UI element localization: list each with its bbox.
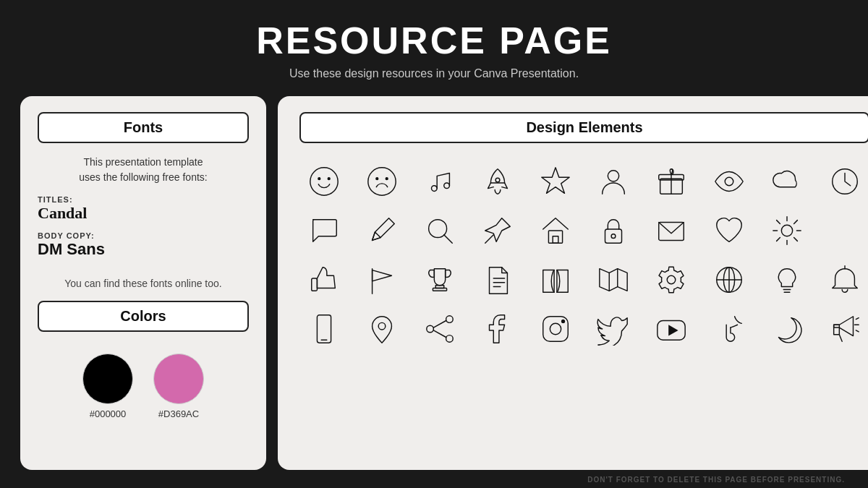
- title-font-entry: TITLES: Candal: [38, 195, 249, 223]
- cloud-icon: [762, 159, 812, 204]
- lock-icon: [589, 208, 638, 253]
- rocket-icon: [473, 159, 522, 204]
- gear-icon: [647, 257, 696, 302]
- thumbsup-icon: [299, 257, 349, 302]
- color-item-black: #000000: [82, 354, 133, 419]
- svg-line-31: [794, 221, 798, 224]
- icon-row-1: [299, 159, 868, 204]
- music-icon: [415, 159, 464, 204]
- color-circle-black: [82, 354, 133, 404]
- body-font-entry: BODY COPY: DM Sans: [38, 231, 249, 259]
- chat-icon: [299, 208, 349, 253]
- svg-point-4: [376, 178, 378, 180]
- mobile-icon: [299, 307, 349, 351]
- svg-rect-21: [605, 229, 622, 243]
- svg-rect-64: [834, 325, 840, 334]
- svg-rect-19: [548, 231, 562, 243]
- color-circle-pink: [153, 354, 204, 404]
- svg-line-66: [856, 318, 859, 320]
- book-icon: [531, 257, 580, 302]
- svg-line-57: [433, 321, 446, 328]
- clock-icon: [820, 159, 868, 204]
- svg-point-22: [611, 234, 616, 239]
- svg-line-32: [777, 238, 780, 241]
- moon-icon: [762, 307, 812, 351]
- share-icon: [415, 307, 464, 351]
- icon-row-4: [299, 307, 868, 351]
- document-icon: [473, 257, 522, 302]
- svg-rect-33: [312, 278, 318, 291]
- right-panel: Design Elements: [278, 96, 868, 470]
- design-elements-grid: [299, 159, 868, 454]
- flag-icon: [357, 257, 407, 302]
- twitter-icon: [589, 307, 638, 351]
- svg-point-8: [495, 178, 500, 182]
- svg-line-17: [444, 235, 453, 244]
- footer-note: DON'T FORGET TO DELETE THIS PAGE BEFORE …: [0, 470, 868, 488]
- icon-row-2: [299, 208, 868, 253]
- home-icon: [531, 208, 580, 253]
- svg-line-58: [433, 330, 446, 338]
- sad-icon: [357, 159, 407, 204]
- sun-icon: [762, 208, 812, 253]
- eye-icon: [705, 159, 754, 204]
- icon-row-3: [299, 257, 868, 302]
- fonts-description: This presentation templateuses the follo…: [38, 155, 249, 185]
- gift-icon: [647, 159, 696, 204]
- main-content: Fonts This presentation templateuses the…: [0, 96, 868, 470]
- smile-icon: [299, 159, 349, 204]
- body-font-label: BODY COPY:: [38, 231, 249, 240]
- body-font-name: DM Sans: [38, 240, 249, 259]
- svg-point-53: [378, 323, 386, 330]
- colors-label: Colors: [38, 301, 249, 332]
- svg-point-56: [446, 335, 454, 343]
- globe-icon: [705, 257, 754, 302]
- instagram-icon: [531, 307, 580, 351]
- lightbulb-icon: [762, 257, 812, 302]
- youtube-icon: [647, 307, 696, 351]
- svg-line-29: [777, 221, 780, 224]
- pin-icon: [473, 208, 522, 253]
- svg-point-54: [446, 316, 454, 323]
- trophy-icon: [415, 257, 464, 302]
- svg-point-5: [386, 178, 388, 180]
- svg-point-55: [427, 325, 434, 333]
- design-elements-label: Design Elements: [299, 112, 868, 143]
- location-icon: [357, 307, 407, 351]
- left-panel: Fonts This presentation templateuses the…: [20, 96, 266, 470]
- pencil-icon: [357, 208, 407, 253]
- svg-point-3: [368, 168, 396, 195]
- svg-marker-63: [668, 325, 678, 335]
- color-item-pink: #D369AC: [153, 354, 204, 419]
- search-icon: [415, 208, 464, 253]
- svg-point-14: [725, 177, 733, 186]
- svg-line-67: [856, 330, 859, 332]
- page-subtitle: Use these design resources in your Canva…: [0, 67, 868, 80]
- page-title: RESOURCE PAGE: [0, 20, 868, 61]
- svg-point-24: [781, 226, 792, 236]
- svg-rect-51: [317, 315, 331, 343]
- color-hex-pink: #D369AC: [158, 408, 199, 419]
- svg-point-60: [550, 324, 561, 335]
- svg-point-61: [562, 320, 565, 323]
- tiktok-icon: [705, 307, 754, 351]
- colors-grid: #000000 #D369AC: [38, 354, 249, 419]
- svg-line-18: [485, 235, 494, 244]
- title-font-name: Candal: [38, 204, 249, 223]
- find-fonts-text: You can find these fonts online too.: [38, 278, 249, 289]
- svg-rect-36: [433, 288, 446, 291]
- facebook-icon: [473, 307, 522, 351]
- user-icon: [589, 159, 638, 204]
- mail-icon: [647, 208, 696, 253]
- bell-icon: [820, 257, 868, 302]
- svg-point-7: [444, 183, 450, 189]
- svg-marker-40: [600, 269, 627, 291]
- page-header: RESOURCE PAGE Use these design resources…: [0, 0, 868, 89]
- color-hex-black: #000000: [90, 408, 127, 419]
- megaphone-icon: [820, 307, 868, 351]
- star-icon: [531, 159, 580, 204]
- svg-point-43: [667, 275, 676, 284]
- svg-marker-9: [542, 168, 569, 193]
- map-icon: [589, 257, 638, 302]
- svg-point-6: [432, 186, 438, 192]
